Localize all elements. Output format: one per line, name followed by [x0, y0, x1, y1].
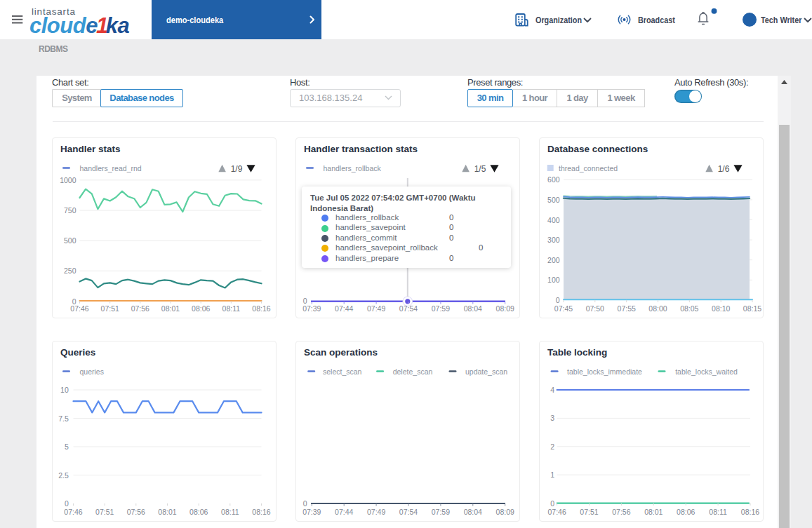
svg-text:200: 200 [547, 256, 560, 264]
svg-text:thread_connected: thread_connected [559, 164, 618, 172]
svg-text:08:01: 08:01 [644, 508, 663, 516]
svg-text:Queries: Queries [60, 347, 95, 358]
svg-text:08:16: 08:16 [252, 508, 270, 516]
svg-text:08:04: 08:04 [464, 304, 482, 313]
svg-text:250: 250 [64, 266, 76, 275]
svg-text:08:10: 08:10 [712, 304, 730, 313]
svg-text:update_scan: update_scan [465, 367, 507, 376]
svg-text:select_scan: select_scan [323, 367, 362, 376]
svg-text:07:39: 07:39 [302, 508, 321, 516]
svg-text:400: 400 [547, 216, 560, 224]
svg-text:08:01: 08:01 [161, 304, 180, 313]
svg-text:0: 0 [303, 499, 307, 508]
svg-text:07:46: 07:46 [547, 508, 566, 516]
svg-text:08:16: 08:16 [741, 508, 759, 516]
svg-text:08:00: 08:00 [648, 304, 667, 313]
svg-text:1: 1 [550, 471, 554, 479]
svg-text:07:49: 07:49 [367, 304, 385, 313]
svg-text:1/9: 1/9 [231, 164, 243, 174]
svg-text:1/5: 1/5 [474, 164, 486, 174]
svg-text:600: 600 [547, 175, 560, 184]
svg-text:08:16: 08:16 [252, 304, 270, 313]
svg-text:handlers_rollback: handlers_rollback [324, 164, 382, 172]
svg-text:1000: 1000 [60, 176, 76, 184]
svg-text:07:44: 07:44 [335, 304, 353, 313]
svg-text:07:54: 07:54 [399, 304, 418, 313]
svg-text:Handler stats: Handler stats [60, 144, 121, 154]
svg-text:Handler transaction stats: Handler transaction stats [304, 144, 418, 154]
svg-text:10: 10 [60, 386, 69, 394]
svg-text:delete_scan: delete_scan [393, 367, 433, 376]
svg-text:07:45: 07:45 [554, 304, 573, 313]
svg-text:2.5: 2.5 [58, 471, 69, 480]
svg-text:750: 750 [64, 206, 76, 215]
svg-text:07:51: 07:51 [95, 508, 114, 516]
svg-text:handlers_read_rnd: handlers_read_rnd [80, 164, 142, 172]
svg-text:Table locking: Table locking [547, 347, 607, 358]
svg-text:07:49: 07:49 [367, 508, 385, 516]
svg-text:07:51: 07:51 [101, 304, 119, 313]
svg-text:3: 3 [550, 414, 554, 422]
svg-text:500: 500 [547, 196, 560, 204]
svg-text:07:59: 07:59 [432, 508, 450, 516]
svg-text:Database connections: Database connections [547, 144, 648, 154]
svg-text:08:11: 08:11 [222, 304, 241, 313]
svg-text:table_locks_immediate: table_locks_immediate [567, 367, 642, 376]
svg-text:07:56: 07:56 [127, 508, 145, 516]
svg-text:07:59: 07:59 [432, 304, 450, 313]
svg-text:queries: queries [80, 367, 104, 376]
svg-text:07:55: 07:55 [618, 304, 636, 313]
svg-text:08:09: 08:09 [496, 304, 514, 313]
svg-text:08:15: 08:15 [743, 304, 761, 313]
svg-text:08:11: 08:11 [709, 508, 727, 516]
svg-text:08:06: 08:06 [189, 508, 208, 516]
svg-text:Scan operations: Scan operations [304, 347, 378, 358]
svg-text:08:06: 08:06 [677, 508, 695, 516]
svg-text:08:11: 08:11 [221, 508, 239, 516]
svg-text:07:39: 07:39 [302, 304, 321, 313]
svg-text:07:56: 07:56 [612, 508, 630, 516]
svg-text:0: 0 [556, 296, 560, 304]
svg-text:07:46: 07:46 [64, 508, 82, 516]
svg-text:08:05: 08:05 [680, 304, 698, 313]
svg-text:07:50: 07:50 [586, 304, 604, 313]
svg-text:0: 0 [65, 499, 69, 508]
svg-text:08:09: 08:09 [496, 508, 514, 516]
svg-text:1/6: 1/6 [718, 164, 730, 174]
svg-text:08:01: 08:01 [158, 508, 176, 516]
svg-text:07:56: 07:56 [131, 304, 149, 313]
svg-text:07:46: 07:46 [70, 304, 88, 313]
svg-text:07:54: 07:54 [399, 508, 418, 516]
svg-text:4: 4 [550, 386, 554, 394]
svg-text:07:51: 07:51 [580, 508, 598, 516]
svg-text:table_locks_waited: table_locks_waited [675, 367, 738, 376]
svg-text:300: 300 [547, 236, 560, 244]
svg-text:100: 100 [547, 276, 560, 284]
svg-text:7.5: 7.5 [58, 414, 69, 423]
svg-text:0: 0 [550, 499, 554, 508]
svg-text:5: 5 [65, 442, 69, 451]
svg-text:08:04: 08:04 [464, 508, 482, 516]
svg-text:2: 2 [550, 442, 554, 451]
svg-text:07:44: 07:44 [335, 508, 353, 516]
svg-text:08:06: 08:06 [192, 304, 210, 313]
svg-text:500: 500 [64, 236, 76, 245]
